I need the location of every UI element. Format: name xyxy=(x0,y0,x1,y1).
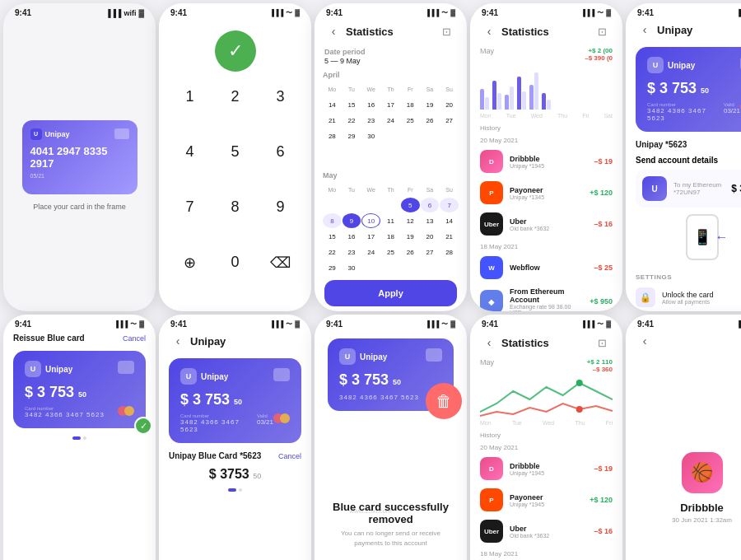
key-6[interactable]: 6 xyxy=(259,137,301,166)
cal-a30[interactable]: 30 xyxy=(361,128,380,143)
key-0[interactable]: 0 xyxy=(214,248,256,278)
key-fingerprint[interactable]: ⊕ xyxy=(169,248,211,278)
chart-group-2 xyxy=(492,81,501,110)
cal-a27[interactable]: 27 xyxy=(440,113,459,128)
cal-a19[interactable]: 19 xyxy=(421,97,440,112)
may-19[interactable]: 19 xyxy=(401,229,420,244)
line-stats-positive: +$ 2 110 xyxy=(587,358,613,366)
card-details-5: Card number 3482 4386 3467 5623 Valid 03… xyxy=(647,102,741,122)
may-27[interactable]: 27 xyxy=(421,245,440,259)
chart-group-4 xyxy=(517,77,526,110)
may-9[interactable]: 9 xyxy=(343,213,361,228)
settings-unlock-text: Unlock the card Allow all payments xyxy=(662,291,741,305)
may-24[interactable]: 24 xyxy=(361,245,380,259)
statistics-title-9: Statistics xyxy=(501,337,588,349)
key-7[interactable]: 7 xyxy=(169,193,211,222)
tx-dribbble-sub: Unipay *1945 xyxy=(510,163,587,169)
back-button-7[interactable]: ‹ xyxy=(170,334,185,348)
key-3[interactable]: 3 xyxy=(259,82,301,111)
cal-a28[interactable]: 28 xyxy=(323,128,342,143)
apply-button[interactable]: Apply xyxy=(324,280,457,306)
back-button-10[interactable]: ‹ xyxy=(637,334,652,348)
cal-a29[interactable]: 29 xyxy=(343,128,361,143)
cal-a17[interactable]: 17 xyxy=(381,97,400,112)
send-to-label: To my Ethereum *72UN97 xyxy=(673,181,725,196)
may-d2[interactable] xyxy=(343,198,361,212)
cancel-btn-7[interactable]: Cancel xyxy=(278,452,301,460)
signal-6: ▐▐▐ xyxy=(114,320,128,328)
cal-a23[interactable]: 23 xyxy=(361,113,380,128)
may-6[interactable]: 6 xyxy=(421,198,440,212)
key-8[interactable]: 8 xyxy=(214,193,256,222)
status-icons-10: ▐▐▐ 〜 ▓ xyxy=(736,320,741,329)
cal-a20[interactable]: 20 xyxy=(440,97,459,112)
key-5[interactable]: 5 xyxy=(214,137,256,166)
key-1[interactable]: 1 xyxy=(169,82,211,111)
transfer-details-left: Card number 3482 4366 3467 5623 xyxy=(180,413,257,433)
may-23[interactable]: 23 xyxy=(343,245,361,259)
cal-tu: Tu xyxy=(343,82,361,96)
screen-statistics-main: 9:41 ▐▐▐ 〜 ▓ ‹ Statistics ⊡ May +$ 2 (00… xyxy=(470,3,622,311)
may-30[interactable]: 30 xyxy=(343,260,361,275)
time-3: 9:41 xyxy=(326,8,343,17)
may-26[interactable]: 26 xyxy=(401,245,420,259)
back-button-5[interactable]: ‹ xyxy=(637,22,652,37)
may-16[interactable]: 16 xyxy=(343,229,361,244)
may-25[interactable]: 25 xyxy=(381,245,400,259)
may-8[interactable]: 8 xyxy=(323,213,342,228)
key-9[interactable]: 9 xyxy=(259,193,301,222)
cal-a24[interactable]: 24 xyxy=(381,113,400,128)
removed-card-number: 3482 4366 3467 5623 xyxy=(339,394,419,401)
may-29[interactable]: 29 xyxy=(323,260,342,275)
tx-payoneer: P Payoneer Unipay *1345 +$ 120 xyxy=(470,177,622,208)
may-d1[interactable] xyxy=(323,198,342,212)
lock-icon: 🔒 xyxy=(636,287,655,307)
cal-a21[interactable]: 21 xyxy=(323,113,342,128)
wifi-2: 〜 xyxy=(286,8,292,17)
may-d4[interactable] xyxy=(381,198,400,212)
transfer-card-amount: $ 3 753 50 xyxy=(180,391,290,408)
settings-unlock[interactable]: 🔒 Unlock the card Allow all payments › xyxy=(626,282,741,311)
may-15[interactable]: 15 xyxy=(323,229,342,244)
may-fr: Fr xyxy=(401,182,420,197)
cal-a16[interactable]: 16 xyxy=(361,97,380,112)
back-button-9[interactable]: ‹ xyxy=(482,335,496,350)
reissue-cancel[interactable]: Cancel xyxy=(123,334,146,343)
may-22[interactable]: 22 xyxy=(323,245,342,259)
may-d3[interactable] xyxy=(361,198,380,212)
may-14[interactable]: 14 xyxy=(440,213,459,228)
key-delete[interactable]: ⌫ xyxy=(259,248,301,278)
back-button-4[interactable]: ‹ xyxy=(482,24,496,39)
may-28[interactable]: 28 xyxy=(440,245,459,259)
may-18[interactable]: 18 xyxy=(381,229,400,244)
may-11[interactable]: 11 xyxy=(381,213,400,228)
may-7[interactable]: 7 xyxy=(440,198,459,212)
may-13[interactable]: 13 xyxy=(421,213,440,228)
cal-a26[interactable]: 26 xyxy=(421,113,440,128)
may-12[interactable]: 12 xyxy=(401,213,420,228)
screen-unipay-settings: 9:41 ▐▐▐ 〜 ▓ ‹ Unipay U Unipay $ 3 753 5… xyxy=(626,3,741,311)
transfer-card: U Unipay $ 3 753 50 Card number 3482 436… xyxy=(169,358,301,443)
calendar-icon-9[interactable]: ⊡ xyxy=(593,334,611,352)
cal-a15[interactable]: 15 xyxy=(343,97,361,112)
calendar-icon-3[interactable]: ⊡ xyxy=(437,22,455,40)
key-4[interactable]: 4 xyxy=(169,137,211,166)
may-20[interactable]: 20 xyxy=(421,229,440,244)
may-17[interactable]: 17 xyxy=(361,229,380,244)
delete-icon: 🗑 xyxy=(426,383,462,419)
calendar-icon-4[interactable]: ⊡ xyxy=(593,22,611,40)
may-10[interactable]: 10 xyxy=(361,213,380,228)
cal-a25[interactable]: 25 xyxy=(401,113,420,128)
card-valid-5: 03/21 xyxy=(724,107,740,114)
cal-a14[interactable]: 14 xyxy=(323,97,342,112)
history-label: History xyxy=(470,121,622,133)
may-21[interactable]: 21 xyxy=(440,229,459,244)
key-2[interactable]: 2 xyxy=(214,82,256,111)
card-check-overlay: ✓ xyxy=(134,417,152,435)
cal-a18[interactable]: 18 xyxy=(401,97,420,112)
back-button-3[interactable]: ‹ xyxy=(326,24,341,39)
cal-a22[interactable]: 22 xyxy=(343,113,361,128)
may-5[interactable]: 5 xyxy=(401,198,420,212)
tx-uber-info: Uber Old bank *3632 xyxy=(510,217,587,231)
scroll-indicator-7 xyxy=(159,485,311,495)
